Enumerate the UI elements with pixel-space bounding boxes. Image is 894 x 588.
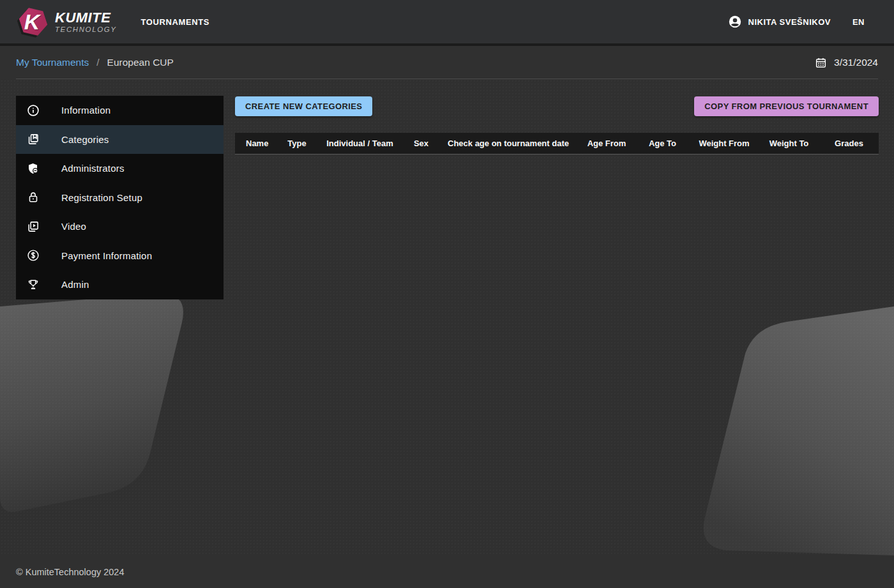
sidebar-item-label: Video — [61, 221, 86, 232]
tournament-date-value: 3/31/2024 — [834, 57, 878, 68]
content-area: Information Categories Administrator — [0, 79, 894, 555]
breadcrumb-bar: My Tournaments / European CUP 3/31/2024 — [0, 46, 894, 79]
logo-letter: K — [18, 5, 49, 38]
logo-text-secondary: TECHNOLOGY — [55, 26, 117, 33]
column-header-individual-team: Individual / Team — [316, 139, 404, 148]
tournament-date[interactable]: 3/31/2024 — [813, 55, 878, 70]
column-header-type: Type — [278, 139, 316, 148]
sidebar-item-categories[interactable]: Categories — [16, 125, 224, 155]
sidebar-item-label: Administrators — [61, 163, 125, 174]
copy-from-previous-tournament-button[interactable]: COPY FROM PREVIOUS TOURNAMENT — [694, 96, 879, 116]
sidebar-item-video[interactable]: Video — [16, 212, 224, 241]
column-header-name: Name — [235, 139, 278, 148]
sidebar-item-label: Admin — [61, 279, 89, 290]
info-icon — [26, 103, 41, 118]
categories-table-header: Name Type Individual / Team Sex Check ag… — [235, 133, 879, 155]
create-new-categories-button[interactable]: CREATE NEW CATEGORIES — [235, 96, 372, 116]
column-header-age-from: Age From — [578, 139, 635, 148]
app-logo[interactable]: K KUMITE TECHNOLOGY — [18, 5, 117, 38]
trophy-icon — [26, 277, 41, 292]
sidebar-item-admin[interactable]: Admin — [16, 270, 224, 299]
logo-text-primary: KUMITE — [55, 10, 117, 25]
calendar-icon — [813, 55, 828, 70]
nav-tournaments-link[interactable]: TOURNAMENTS — [141, 12, 209, 32]
breadcrumb-separator: / — [96, 57, 99, 68]
breadcrumb: My Tournaments / European CUP — [16, 57, 174, 68]
column-header-weight-from: Weight From — [690, 139, 759, 148]
breadcrumb-my-tournaments-link[interactable]: My Tournaments — [16, 57, 89, 68]
lock-icon — [26, 190, 41, 205]
sidebar-item-administrators[interactable]: Administrators — [16, 154, 224, 183]
sidebar-item-label: Payment Information — [61, 250, 152, 261]
dollar-circle-icon — [26, 248, 41, 263]
copyright-text: © KumiteTechnology 2024 — [16, 567, 124, 577]
settings-sidebar: Information Categories Administrator — [16, 96, 224, 299]
video-library-icon — [26, 219, 41, 234]
categories-icon — [26, 132, 41, 147]
sidebar-item-information[interactable]: Information — [16, 96, 224, 125]
logo-hexagon-icon: K — [18, 5, 49, 38]
column-header-age-to: Age To — [635, 139, 690, 148]
top-bar: K KUMITE TECHNOLOGY TOURNAMENTS NIKITA S… — [0, 0, 894, 43]
sidebar-item-payment-information[interactable]: Payment Information — [16, 241, 224, 271]
user-menu[interactable]: NIKITA SVEŠNIKOV — [727, 14, 831, 29]
language-switcher[interactable]: EN — [852, 17, 865, 27]
sidebar-item-label: Information — [61, 105, 110, 116]
column-header-check-age: Check age on tournament date — [439, 139, 578, 148]
column-header-grades: Grades — [819, 139, 879, 148]
main-nav: TOURNAMENTS — [141, 16, 209, 27]
sidebar-item-registration-setup[interactable]: Registration Setup — [16, 183, 224, 213]
breadcrumb-current: European CUP — [107, 57, 174, 68]
column-header-weight-to: Weight To — [759, 139, 819, 148]
sidebar-item-label: Registration Setup — [61, 192, 142, 203]
sidebar-item-label: Categories — [61, 134, 109, 145]
column-header-sex: Sex — [404, 139, 439, 148]
footer: © KumiteTechnology 2024 — [0, 555, 894, 588]
admin-shield-icon — [26, 161, 41, 176]
user-name: NIKITA SVEŠNIKOV — [748, 17, 831, 27]
account-circle-icon — [727, 14, 743, 29]
